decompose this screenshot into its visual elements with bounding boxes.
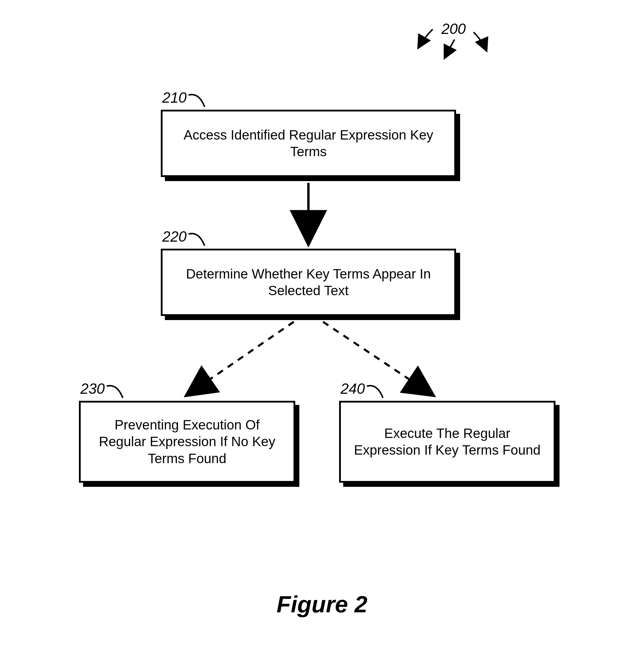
arrow-210-to-220 [0, 0, 644, 660]
flow-step-230-text: Preventing Execution Of Regular Expressi… [92, 417, 282, 467]
ref-hook-icon [365, 382, 392, 402]
arrows-branch [0, 0, 644, 660]
svg-line-1 [187, 322, 294, 395]
flow-step-230: Preventing Execution Of Regular Expressi… [79, 401, 295, 483]
figure-caption: Figure 2 [0, 591, 644, 618]
ref-label-220: 220 [162, 228, 186, 245]
title-swirl-icon [0, 0, 644, 660]
diagram-canvas: 200 210 Access Identified Regular Expres… [0, 0, 644, 660]
ref-label-230: 230 [80, 380, 105, 397]
ref-hook-icon [187, 91, 213, 111]
flow-step-210: Access Identified Regular Expression Key… [161, 110, 456, 177]
diagram-ref-200: 200 [441, 21, 466, 38]
flow-step-240-text: Execute The Regular Expression If Key Te… [352, 425, 542, 459]
flow-step-220-text: Determine Whether Key Terms Appear In Se… [174, 266, 443, 299]
ref-hook-icon [105, 382, 132, 402]
ref-label-210: 210 [162, 89, 186, 106]
ref-hook-icon [187, 230, 213, 250]
flow-step-240: Execute The Regular Expression If Key Te… [339, 401, 555, 483]
ref-label-240: 240 [341, 380, 365, 397]
flow-step-220: Determine Whether Key Terms Appear In Se… [161, 249, 456, 316]
flow-step-210-text: Access Identified Regular Expression Key… [174, 127, 443, 160]
